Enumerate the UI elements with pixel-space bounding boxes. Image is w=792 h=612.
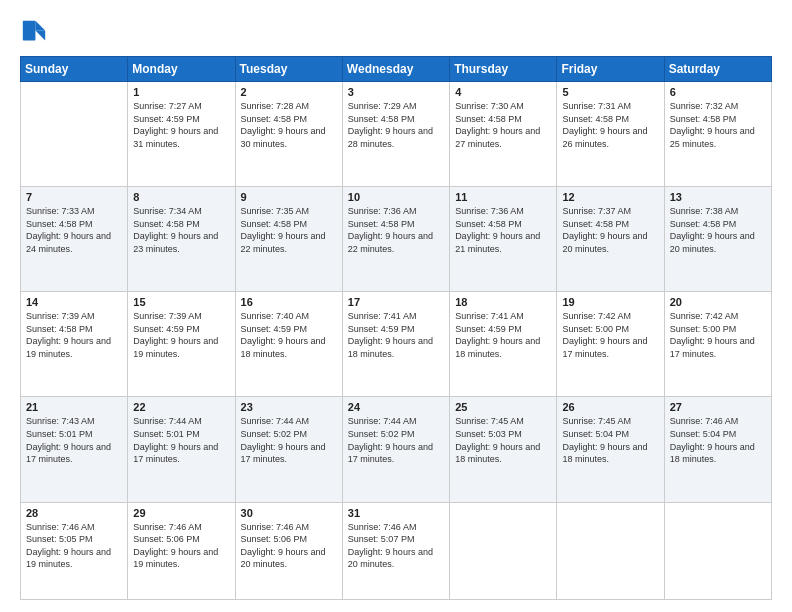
calendar-cell: 20Sunrise: 7:42 AMSunset: 5:00 PMDayligh… <box>664 292 771 397</box>
day-number: 28 <box>26 507 122 519</box>
calendar-cell: 15Sunrise: 7:39 AMSunset: 4:59 PMDayligh… <box>128 292 235 397</box>
calendar-cell: 11Sunrise: 7:36 AMSunset: 4:58 PMDayligh… <box>450 187 557 292</box>
day-number: 10 <box>348 191 444 203</box>
cell-info: Sunrise: 7:33 AMSunset: 4:58 PMDaylight:… <box>26 205 122 255</box>
cell-info: Sunrise: 7:40 AMSunset: 4:59 PMDaylight:… <box>241 310 337 360</box>
cell-info: Sunrise: 7:46 AMSunset: 5:04 PMDaylight:… <box>670 415 766 465</box>
cell-info: Sunrise: 7:36 AMSunset: 4:58 PMDaylight:… <box>455 205 551 255</box>
day-number: 30 <box>241 507 337 519</box>
day-number: 11 <box>455 191 551 203</box>
calendar-cell: 10Sunrise: 7:36 AMSunset: 4:58 PMDayligh… <box>342 187 449 292</box>
calendar-cell: 3Sunrise: 7:29 AMSunset: 4:58 PMDaylight… <box>342 82 449 187</box>
cell-info: Sunrise: 7:39 AMSunset: 4:58 PMDaylight:… <box>26 310 122 360</box>
col-header-tuesday: Tuesday <box>235 57 342 82</box>
calendar-cell: 8Sunrise: 7:34 AMSunset: 4:58 PMDaylight… <box>128 187 235 292</box>
calendar-cell: 28Sunrise: 7:46 AMSunset: 5:05 PMDayligh… <box>21 502 128 600</box>
calendar-cell <box>21 82 128 187</box>
day-number: 25 <box>455 401 551 413</box>
day-number: 5 <box>562 86 658 98</box>
cell-info: Sunrise: 7:41 AMSunset: 4:59 PMDaylight:… <box>348 310 444 360</box>
cell-info: Sunrise: 7:31 AMSunset: 4:58 PMDaylight:… <box>562 100 658 150</box>
day-number: 27 <box>670 401 766 413</box>
day-number: 1 <box>133 86 229 98</box>
calendar-cell: 24Sunrise: 7:44 AMSunset: 5:02 PMDayligh… <box>342 397 449 502</box>
cell-info: Sunrise: 7:41 AMSunset: 4:59 PMDaylight:… <box>455 310 551 360</box>
calendar-week-row: 28Sunrise: 7:46 AMSunset: 5:05 PMDayligh… <box>21 502 772 600</box>
calendar-cell <box>450 502 557 600</box>
header <box>20 18 772 46</box>
calendar-cell: 25Sunrise: 7:45 AMSunset: 5:03 PMDayligh… <box>450 397 557 502</box>
cell-info: Sunrise: 7:45 AMSunset: 5:04 PMDaylight:… <box>562 415 658 465</box>
calendar-cell: 27Sunrise: 7:46 AMSunset: 5:04 PMDayligh… <box>664 397 771 502</box>
calendar-cell <box>664 502 771 600</box>
calendar-cell: 12Sunrise: 7:37 AMSunset: 4:58 PMDayligh… <box>557 187 664 292</box>
cell-info: Sunrise: 7:44 AMSunset: 5:02 PMDaylight:… <box>348 415 444 465</box>
calendar-week-row: 14Sunrise: 7:39 AMSunset: 4:58 PMDayligh… <box>21 292 772 397</box>
day-number: 14 <box>26 296 122 308</box>
page: SundayMondayTuesdayWednesdayThursdayFrid… <box>0 0 792 612</box>
day-number: 3 <box>348 86 444 98</box>
day-number: 6 <box>670 86 766 98</box>
day-number: 12 <box>562 191 658 203</box>
cell-info: Sunrise: 7:36 AMSunset: 4:58 PMDaylight:… <box>348 205 444 255</box>
col-header-monday: Monday <box>128 57 235 82</box>
cell-info: Sunrise: 7:46 AMSunset: 5:05 PMDaylight:… <box>26 521 122 571</box>
calendar-cell: 4Sunrise: 7:30 AMSunset: 4:58 PMDaylight… <box>450 82 557 187</box>
day-number: 16 <box>241 296 337 308</box>
calendar-week-row: 7Sunrise: 7:33 AMSunset: 4:58 PMDaylight… <box>21 187 772 292</box>
day-number: 19 <box>562 296 658 308</box>
logo <box>20 18 52 46</box>
calendar-cell: 2Sunrise: 7:28 AMSunset: 4:58 PMDaylight… <box>235 82 342 187</box>
calendar-cell: 30Sunrise: 7:46 AMSunset: 5:06 PMDayligh… <box>235 502 342 600</box>
day-number: 15 <box>133 296 229 308</box>
calendar-cell: 9Sunrise: 7:35 AMSunset: 4:58 PMDaylight… <box>235 187 342 292</box>
day-number: 20 <box>670 296 766 308</box>
cell-info: Sunrise: 7:35 AMSunset: 4:58 PMDaylight:… <box>241 205 337 255</box>
calendar-cell: 31Sunrise: 7:46 AMSunset: 5:07 PMDayligh… <box>342 502 449 600</box>
calendar-cell: 5Sunrise: 7:31 AMSunset: 4:58 PMDaylight… <box>557 82 664 187</box>
calendar-cell: 19Sunrise: 7:42 AMSunset: 5:00 PMDayligh… <box>557 292 664 397</box>
cell-info: Sunrise: 7:46 AMSunset: 5:06 PMDaylight:… <box>133 521 229 571</box>
calendar-cell: 14Sunrise: 7:39 AMSunset: 4:58 PMDayligh… <box>21 292 128 397</box>
cell-info: Sunrise: 7:45 AMSunset: 5:03 PMDaylight:… <box>455 415 551 465</box>
day-number: 29 <box>133 507 229 519</box>
svg-marker-1 <box>35 31 45 41</box>
col-header-thursday: Thursday <box>450 57 557 82</box>
col-header-saturday: Saturday <box>664 57 771 82</box>
cell-info: Sunrise: 7:42 AMSunset: 5:00 PMDaylight:… <box>670 310 766 360</box>
calendar-cell <box>557 502 664 600</box>
calendar-cell: 23Sunrise: 7:44 AMSunset: 5:02 PMDayligh… <box>235 397 342 502</box>
day-number: 9 <box>241 191 337 203</box>
col-header-sunday: Sunday <box>21 57 128 82</box>
cell-info: Sunrise: 7:42 AMSunset: 5:00 PMDaylight:… <box>562 310 658 360</box>
cell-info: Sunrise: 7:34 AMSunset: 4:58 PMDaylight:… <box>133 205 229 255</box>
cell-info: Sunrise: 7:27 AMSunset: 4:59 PMDaylight:… <box>133 100 229 150</box>
svg-rect-2 <box>23 21 36 41</box>
day-number: 7 <box>26 191 122 203</box>
day-number: 8 <box>133 191 229 203</box>
day-number: 17 <box>348 296 444 308</box>
cell-info: Sunrise: 7:46 AMSunset: 5:06 PMDaylight:… <box>241 521 337 571</box>
day-number: 23 <box>241 401 337 413</box>
calendar-week-row: 21Sunrise: 7:43 AMSunset: 5:01 PMDayligh… <box>21 397 772 502</box>
day-number: 4 <box>455 86 551 98</box>
calendar-cell: 26Sunrise: 7:45 AMSunset: 5:04 PMDayligh… <box>557 397 664 502</box>
day-number: 31 <box>348 507 444 519</box>
day-number: 24 <box>348 401 444 413</box>
calendar-cell: 6Sunrise: 7:32 AMSunset: 4:58 PMDaylight… <box>664 82 771 187</box>
calendar-week-row: 1Sunrise: 7:27 AMSunset: 4:59 PMDaylight… <box>21 82 772 187</box>
day-number: 26 <box>562 401 658 413</box>
cell-info: Sunrise: 7:30 AMSunset: 4:58 PMDaylight:… <box>455 100 551 150</box>
calendar-cell: 18Sunrise: 7:41 AMSunset: 4:59 PMDayligh… <box>450 292 557 397</box>
cell-info: Sunrise: 7:43 AMSunset: 5:01 PMDaylight:… <box>26 415 122 465</box>
calendar-cell: 17Sunrise: 7:41 AMSunset: 4:59 PMDayligh… <box>342 292 449 397</box>
col-header-friday: Friday <box>557 57 664 82</box>
calendar-header-row: SundayMondayTuesdayWednesdayThursdayFrid… <box>21 57 772 82</box>
cell-info: Sunrise: 7:39 AMSunset: 4:59 PMDaylight:… <box>133 310 229 360</box>
calendar-cell: 1Sunrise: 7:27 AMSunset: 4:59 PMDaylight… <box>128 82 235 187</box>
cell-info: Sunrise: 7:32 AMSunset: 4:58 PMDaylight:… <box>670 100 766 150</box>
calendar-cell: 22Sunrise: 7:44 AMSunset: 5:01 PMDayligh… <box>128 397 235 502</box>
day-number: 22 <box>133 401 229 413</box>
logo-icon <box>20 18 48 46</box>
calendar-table: SundayMondayTuesdayWednesdayThursdayFrid… <box>20 56 772 600</box>
